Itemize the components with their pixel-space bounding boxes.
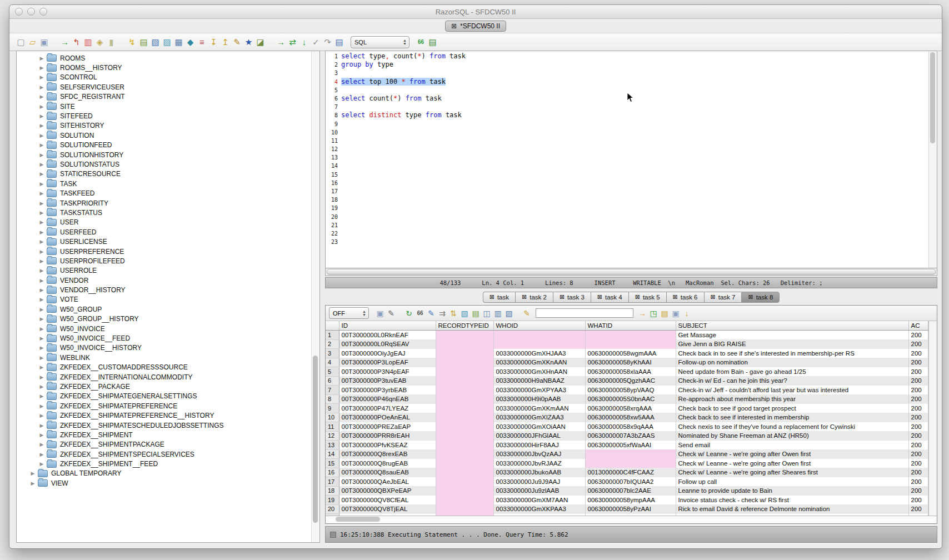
table-cell[interactable]: 200	[908, 504, 928, 514]
tree-item-taskfeed[interactable]: ▶TASKFEED	[17, 188, 319, 198]
table-row[interactable]: 600T3000000P3tuvEAB0033000000H9aNBAAZ006…	[326, 376, 928, 386]
close-tab-icon[interactable]: ⊠	[451, 22, 457, 30]
disclosure-triangle-icon[interactable]: ▶	[38, 191, 46, 196]
tree-item-zkfedex-shipmategeneralsettings[interactable]: ▶ZKFEDEX__SHIPMATEGENERALSETTINGS	[17, 392, 319, 401]
tree-item-zkfedex-shipmatepreference[interactable]: ▶ZKFEDEX__SHIPMATEPREFERENCE	[17, 401, 319, 411]
disclosure-triangle-icon[interactable]: ▶	[38, 258, 46, 264]
table-cell[interactable]: 00T3000000Q8rugEAB	[339, 459, 436, 468]
disclosure-triangle-icon[interactable]: ▶	[38, 210, 46, 216]
close-tab-icon[interactable]: ⊠	[490, 293, 495, 301]
table-row[interactable]: 200T3000000L0RqSEAVGive Jenn a BIG RAISE…	[326, 339, 928, 349]
tree-item-taskstatus[interactable]: ▶TASKSTATUS	[17, 208, 319, 217]
editor-line[interactable]: 4select top 100 * from task	[326, 78, 928, 86]
table-cell[interactable]: 00630000005S0bnAAC	[585, 394, 676, 404]
result-tab-task-2[interactable]: ⊠task 2	[515, 292, 553, 303]
import-icon[interactable]: ↥	[219, 36, 231, 48]
close-tab-icon[interactable]: ⊠	[673, 293, 678, 301]
disclosure-triangle-icon[interactable]: ▶	[38, 413, 46, 418]
table-cell[interactable]: 0033000000GmXHJAA3	[493, 349, 585, 358]
redo-icon[interactable]: ↷	[322, 36, 333, 48]
editor-line[interactable]: 14	[326, 162, 928, 170]
editor-line[interactable]: 2group by type	[326, 61, 928, 69]
tree-item-userrole[interactable]: ▶USERROLE	[17, 266, 319, 276]
table-cell[interactable]: 00630000007A3bZAAS	[585, 431, 676, 441]
table-cell[interactable]: Get Massage	[676, 331, 908, 340]
editor-line[interactable]: 11	[326, 137, 928, 145]
close-tab-icon[interactable]: ⊠	[748, 293, 753, 301]
editor-line[interactable]: 17	[326, 187, 928, 196]
table-cell[interactable]	[436, 367, 493, 377]
disclosure-triangle-icon[interactable]: ▶	[38, 171, 46, 177]
edit-cell-icon[interactable]: ✎	[426, 308, 437, 319]
tree-item-w50-invoice-history[interactable]: ▶W50_INVOICE__HISTORY	[17, 343, 319, 353]
disclosure-triangle-icon[interactable]: ▶	[38, 384, 46, 389]
close-tab-icon[interactable]: ⊠	[522, 293, 527, 301]
table-cell[interactable]	[436, 358, 493, 367]
editor-horizontal-scrollbar[interactable]	[325, 268, 937, 276]
table-cell[interactable]	[585, 459, 676, 468]
table-cell[interactable]: 00T3000000P46qnEAB	[339, 394, 436, 404]
book-icon[interactable]: ◆	[184, 36, 196, 48]
table-cell[interactable]: 200	[908, 449, 928, 459]
describe-table-icon[interactable]: ▦	[173, 36, 184, 48]
table-cell[interactable]: 006300000058x9qAAA	[585, 422, 676, 432]
table-cell[interactable]: Re-approach about membership this year	[676, 394, 908, 404]
table-cell[interactable]	[585, 339, 676, 349]
editor-line[interactable]: 5	[326, 86, 928, 94]
table-cell[interactable]: 200	[908, 431, 928, 441]
grid-vertical-scrollbar[interactable]	[928, 321, 937, 516]
table-cell[interactable]: 00T3000000P3LopEAF	[339, 358, 436, 367]
editor-line[interactable]: 20	[326, 213, 928, 221]
tree-item-w50-invoice-feed[interactable]: ▶W50_INVOICE__FEED	[17, 333, 319, 343]
tree-item-zkfedex-shipmatepreference-history[interactable]: ▶ZKFEDEX__SHIPMATEPREFERENCE__HISTORY	[17, 411, 319, 420]
table-cell[interactable]	[436, 468, 493, 477]
table-cell[interactable]: Check-in w/ Ed - can he join this year?	[676, 376, 908, 386]
disclosure-triangle-icon[interactable]: ▶	[38, 229, 46, 235]
table-cell[interactable]: 00T3000000PRR8rEAH	[339, 431, 436, 441]
table-cell[interactable]: 200	[908, 441, 928, 450]
tree-item-solution[interactable]: ▶SOLUTION	[17, 131, 319, 140]
table-cell[interactable]: 200	[908, 422, 928, 432]
column-header-whoid[interactable]: WHOID	[493, 321, 585, 331]
table-cell[interactable]: 0033000000GmXPYAA3	[493, 386, 585, 395]
swap-statement-icon[interactable]: ⇄	[287, 36, 298, 48]
table-cell[interactable]: 0033000000GmXHnAAN	[493, 367, 585, 377]
table-cell[interactable]: 006300000058yKhAAI	[585, 358, 676, 367]
tree-item-view[interactable]: ▶VIEW	[17, 478, 319, 488]
table-cell[interactable]: 0033000000GmXM7AAN	[493, 496, 585, 505]
table-cell[interactable]: 00630000007bIQUAA2	[585, 477, 676, 487]
go-forward-icon[interactable]: →	[275, 36, 287, 48]
table-cell[interactable]	[436, 339, 493, 349]
table-row[interactable]: 500T3000000P3N4pEAF0033000000GmXHnAAN006…	[326, 367, 928, 377]
column-header-id[interactable]: ID	[339, 321, 436, 331]
disclosure-triangle-icon[interactable]: ▶	[38, 307, 46, 312]
disclosure-triangle-icon[interactable]: ▶	[38, 219, 46, 225]
table-row[interactable]: 100T3000000L0RknEAFGet Massage200	[326, 331, 928, 340]
tree-item-weblink[interactable]: ▶WEBLINK	[17, 353, 319, 362]
table-cell[interactable]: 0013000000C4fFCAAZ	[585, 468, 676, 477]
refresh-results-icon[interactable]: ↻	[403, 308, 414, 319]
tree-item-zkfedex-shipmentspecialservices[interactable]: ▶ZKFEDEX__SHIPMENTSPECIALSERVICES	[17, 449, 319, 459]
sql-editor-lines[interactable]: 1select type, count(*) from task2group b…	[326, 51, 928, 268]
tree-item-userpreference[interactable]: ▶USERPREFERENCE	[17, 247, 319, 256]
table-cell[interactable]	[436, 331, 493, 340]
table-cell[interactable]: 00T3000000L0RknEAF	[339, 331, 436, 340]
table-cell[interactable]: 200	[908, 459, 928, 468]
disclosure-triangle-icon[interactable]: ▶	[38, 94, 46, 99]
disclosure-triangle-icon[interactable]: ▶	[38, 316, 46, 322]
document-tab[interactable]: ⊠ *SFDCW50 II	[445, 21, 506, 32]
tree-item-userfeed[interactable]: ▶USERFEED	[17, 227, 319, 237]
disclosure-triangle-icon[interactable]: ▶	[38, 113, 46, 119]
editor-line[interactable]: 15	[326, 171, 928, 179]
table-cell[interactable]: Check-in w/ Jeff - couldn't afford last …	[676, 386, 908, 395]
disclosure-triangle-icon[interactable]: ▶	[38, 326, 46, 332]
tree-item-staticresource[interactable]: ▶STATICRESOURCE	[17, 169, 319, 179]
execute-sql-icon[interactable]: ↯	[126, 36, 138, 48]
tree-item-zkfedex-package[interactable]: ▶ZKFEDEX__PACKAGE	[17, 382, 319, 391]
column-header-rownum[interactable]	[326, 321, 339, 331]
table-row[interactable]: 1700T3000000QAeJbEAL0033000000Ju9J9AAJ00…	[326, 477, 928, 487]
disclosure-triangle-icon[interactable]: ▶	[38, 84, 46, 90]
disclosure-triangle-icon[interactable]: ▶	[38, 123, 46, 128]
table-cell[interactable]: 00T3000000QV8CfEAL	[339, 496, 436, 505]
tree-item-zkfedex-shipment-feed[interactable]: ▶ZKFEDEX__SHIPMENT__FEED	[17, 459, 319, 468]
